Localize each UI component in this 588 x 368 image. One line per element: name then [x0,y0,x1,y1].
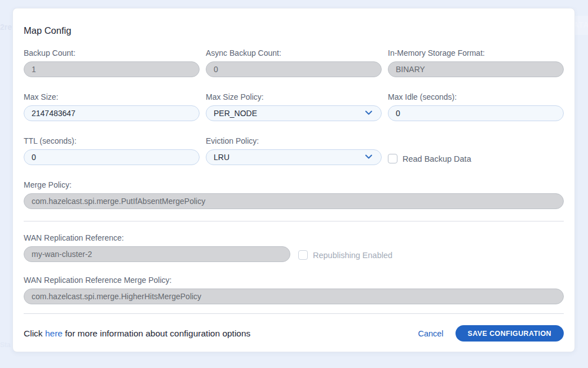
in-memory-storage-format-input [388,61,564,77]
form-row-3: TTL (seconds): Eviction Policy: LRU Read… [24,136,564,165]
form-row-wan: WAN Replication Reference: Republishing … [24,233,564,262]
ttl-input[interactable] [24,149,200,165]
field-max-size-policy: Max Size Policy: PER_NODE [206,92,382,121]
background-text-fragment: Sta [0,341,11,349]
field-in-memory-storage-format: In-Memory Storage Format: [388,48,564,77]
footer-info-prefix: Click [24,329,45,338]
field-backup-count: Backup Count: [24,48,200,77]
form-row-1: Backup Count: Async Backup Count: In-Mem… [24,48,564,77]
max-size-policy-label: Max Size Policy: [206,92,382,101]
wan-replication-reference-label: WAN Replication Reference: [24,233,290,242]
merge-policy-input [24,193,564,209]
max-size-input[interactable] [24,105,200,121]
chevron-down-icon [364,152,374,163]
map-config-dialog: Map Config Backup Count: Async Backup Co… [12,8,575,352]
max-idle-label: Max Idle (seconds): [388,92,564,101]
form-row-2: Max Size: Max Size Policy: PER_NODE Max … [24,92,564,121]
eviction-policy-label: Eviction Policy: [206,136,382,145]
background-text-fragment: 2re [0,23,12,32]
max-size-policy-select[interactable]: PER_NODE [206,105,382,121]
async-backup-count-label: Async Backup Count: [206,48,382,57]
field-max-idle: Max Idle (seconds): [388,92,564,121]
field-max-size: Max Size: [24,92,200,121]
divider [24,221,564,221]
read-backup-data-checkbox-group[interactable]: Read Backup Data [388,154,471,163]
max-idle-input[interactable] [388,105,564,121]
dialog-footer: Click here for more information about co… [24,325,564,342]
field-merge-policy: Merge Policy: [24,180,564,209]
field-wan-replication-reference: WAN Replication Reference: [24,233,290,262]
republishing-enabled-checkbox-group: Republishing Enabled [298,250,392,260]
read-backup-data-label: Read Backup Data [403,154,471,163]
wan-merge-policy-input [24,289,564,304]
footer-info-suffix: for more information about configuration… [63,329,250,338]
republishing-enabled-label: Republishing Enabled [313,251,392,260]
divider [24,313,564,314]
backup-count-input [24,61,200,77]
merge-policy-label: Merge Policy: [24,180,564,189]
footer-actions: Cancel SAVE CONFIGURATION [418,325,564,342]
footer-info-text: Click here for more information about co… [24,329,250,339]
read-backup-data-checkbox[interactable] [388,154,397,163]
field-eviction-policy: Eviction Policy: LRU [206,136,382,165]
save-configuration-button[interactable]: SAVE CONFIGURATION [456,325,564,342]
ttl-label: TTL (seconds): [24,136,200,145]
republishing-enabled-checkbox [298,250,308,260]
field-wan-merge-policy: WAN Replication Reference Merge Policy: [24,276,564,304]
more-info-link[interactable]: here [45,329,63,338]
field-ttl: TTL (seconds): [24,136,200,165]
field-read-backup-data: Read Backup Data [388,136,564,165]
max-size-policy-value: PER_NODE [214,109,257,118]
max-size-label: Max Size: [24,92,200,101]
field-async-backup-count: Async Backup Count: [206,48,382,77]
page-title: Map Config [24,25,564,36]
chevron-down-icon [364,108,374,119]
cancel-button[interactable]: Cancel [418,329,443,338]
eviction-policy-value: LRU [214,153,229,162]
background-artifact-band [573,16,588,35]
wan-merge-policy-label: WAN Replication Reference Merge Policy: [24,276,564,285]
in-memory-storage-format-label: In-Memory Storage Format: [388,48,564,57]
backup-count-label: Backup Count: [24,48,200,57]
async-backup-count-input [206,61,382,77]
eviction-policy-select[interactable]: LRU [206,149,382,165]
wan-replication-reference-input [24,246,290,262]
